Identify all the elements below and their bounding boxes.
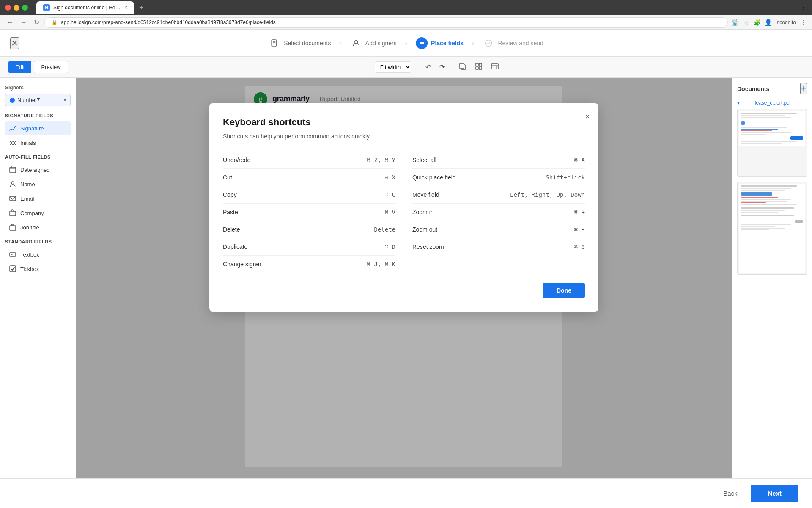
- nav-forward-button[interactable]: →: [19, 17, 29, 28]
- bookmark-icon[interactable]: ☆: [742, 19, 750, 26]
- shortcut-cut: Cut ⌘ X: [223, 169, 395, 186]
- doc-expand-icon: ▾: [737, 100, 740, 106]
- sidebar-item-email[interactable]: Email: [5, 192, 71, 205]
- shortcut-zoom-in-key: ⌘ +: [574, 209, 585, 215]
- browser-more-icon[interactable]: ⋮: [799, 4, 807, 11]
- shortcut-duplicate: Duplicate ⌘ D: [223, 238, 395, 256]
- sidebar-item-date-signed[interactable]: Date signed: [5, 163, 71, 177]
- svg-rect-6: [420, 42, 424, 44]
- modal-close-button[interactable]: ×: [585, 112, 590, 121]
- zoom-select[interactable]: Fit width 50% 75% 100% 125% 150%: [375, 61, 411, 73]
- shortcut-delete: Delete Delete: [223, 221, 395, 238]
- grid-button[interactable]: [472, 61, 486, 74]
- svg-rect-19: [10, 167, 16, 173]
- preview-button[interactable]: Preview: [34, 61, 68, 73]
- signers-title: Signers: [5, 85, 71, 91]
- done-button[interactable]: Done: [543, 283, 585, 298]
- sidebar-item-textbox-label: Textbox: [20, 251, 39, 258]
- shortcut-copy-name: Copy: [223, 191, 237, 198]
- sidebar-item-signature-label: Signature: [20, 125, 44, 132]
- step-add-signers[interactable]: Add signers: [343, 34, 403, 52]
- signer-selector[interactable]: Number7 ▾: [5, 94, 71, 106]
- company-icon: [8, 209, 17, 217]
- shortcut-delete-name: Delete: [223, 226, 240, 233]
- step-place-fields[interactable]: Place fields: [409, 34, 470, 52]
- sidebar-item-tickbox[interactable]: Tickbox: [5, 262, 71, 276]
- redo-button[interactable]: ↷: [436, 61, 448, 73]
- documents-title: Documents: [737, 86, 769, 92]
- job-title-icon: [8, 223, 17, 232]
- step-review-send-label: Review and send: [498, 40, 543, 47]
- shortcut-copy-key: ⌘ C: [385, 191, 395, 198]
- next-button[interactable]: Next: [751, 485, 798, 502]
- browser-nav-bar: ← → ↻ 🔒 app.hellosign.com/prep-and-send/…: [0, 15, 812, 30]
- svg-rect-13: [479, 67, 482, 69]
- traffic-light-green[interactable]: [22, 5, 28, 11]
- signer-dot: [10, 98, 15, 103]
- doc-thumbnail-2: [737, 182, 807, 275]
- doc-thumbnail-1: [737, 109, 807, 177]
- browser-menu-icon[interactable]: ⋮: [799, 19, 807, 26]
- document-area: g grammarly Report: Untitled document Ke…: [76, 78, 732, 478]
- email-icon: [8, 194, 17, 203]
- tickbox-icon: [8, 265, 17, 273]
- sidebar-item-company[interactable]: Company: [5, 206, 71, 220]
- table-button[interactable]: [488, 61, 502, 74]
- svg-point-23: [11, 182, 14, 184]
- copy-button[interactable]: [455, 61, 470, 74]
- step-select-documents[interactable]: Select documents: [262, 34, 337, 52]
- name-icon: [8, 180, 17, 188]
- main-content: Signers Number7 ▾ Signature fields Signa…: [0, 78, 812, 478]
- bottom-bar: Back Next: [0, 478, 812, 508]
- shortcut-reset-zoom-key: ⌘ 0: [574, 243, 585, 250]
- textbox-icon: [8, 250, 17, 259]
- doc-name-text: Please_c...ort.pdf: [752, 100, 791, 106]
- toolbar-mode-buttons: Edit Preview: [8, 61, 68, 73]
- sidebar-item-initials[interactable]: XX Initials: [5, 136, 71, 149]
- toolbar-icons: ↶ ↷: [422, 61, 502, 74]
- sidebar-item-signature[interactable]: Signature: [5, 121, 71, 135]
- shortcut-change-signer-name: Change signer: [223, 261, 261, 268]
- back-button[interactable]: Back: [715, 486, 746, 501]
- close-button[interactable]: ✕: [10, 37, 19, 49]
- app-container: ✕ Select documents › Add signers ›: [0, 30, 812, 508]
- browser-tab[interactable]: H Sign documents online | Hellos ×: [36, 1, 134, 14]
- url-bar[interactable]: 🔒 app.hellosign.com/prep-and-send/d6512c…: [44, 17, 728, 28]
- sidebar-item-name[interactable]: Name: [5, 177, 71, 191]
- shortcuts-grid: Undo/redo ⌘ Z, ⌘ Y Cut ⌘ X Copy ⌘ C: [223, 152, 585, 273]
- sidebar-item-tickbox-label: Tickbox: [20, 266, 39, 272]
- shortcut-select-all: Select all ⌘ A: [412, 152, 585, 169]
- shortcut-zoom-out-key: ⌘ -: [574, 226, 585, 233]
- right-sidebar: Documents + ▾ Please_c...ort.pdf ⋮: [732, 78, 812, 478]
- undo-button[interactable]: ↶: [422, 61, 434, 73]
- shortcut-undo-redo-key: ⌘ Z, ⌘ Y: [367, 157, 395, 163]
- step-add-signers-icon: [350, 37, 362, 49]
- sidebar-item-textbox[interactable]: Textbox: [5, 248, 71, 261]
- shortcut-zoom-in: Zoom in ⌘ +: [412, 204, 585, 221]
- modal-title: Keyboard shortcuts: [223, 117, 585, 128]
- tab-close-icon[interactable]: ×: [124, 5, 127, 11]
- profile-icon[interactable]: 👤: [764, 19, 772, 26]
- sidebar-item-initials-label: Initials: [20, 140, 36, 146]
- add-document-button[interactable]: +: [800, 83, 807, 94]
- incognito-label: Incognito: [775, 19, 796, 25]
- shortcut-delete-key: Delete: [374, 226, 395, 233]
- traffic-light-red[interactable]: [5, 5, 11, 11]
- doc-menu-icon[interactable]: ⋮: [801, 99, 807, 106]
- initials-icon: XX: [8, 138, 17, 147]
- shortcut-quick-place-name: Quick place field: [412, 174, 456, 181]
- shortcut-quick-place: Quick place field Shift+click: [412, 169, 585, 186]
- chevron-down-icon: ▾: [64, 98, 66, 102]
- new-tab-button[interactable]: +: [139, 3, 144, 12]
- cast-icon[interactable]: 📡: [731, 19, 739, 26]
- shortcut-change-signer: Change signer ⌘ J, ⌘ K: [223, 256, 395, 273]
- extensions-icon[interactable]: 🧩: [753, 19, 761, 26]
- sidebar-item-job-title-label: Job title: [20, 224, 39, 231]
- step-review-send[interactable]: Review and send: [476, 34, 550, 52]
- traffic-light-yellow[interactable]: [14, 5, 19, 11]
- nav-back-button[interactable]: ←: [5, 17, 15, 28]
- edit-button[interactable]: Edit: [8, 61, 31, 73]
- app-header: ✕ Select documents › Add signers ›: [0, 30, 812, 57]
- sidebar-item-job-title[interactable]: Job title: [5, 221, 71, 234]
- nav-refresh-button[interactable]: ↻: [32, 17, 41, 28]
